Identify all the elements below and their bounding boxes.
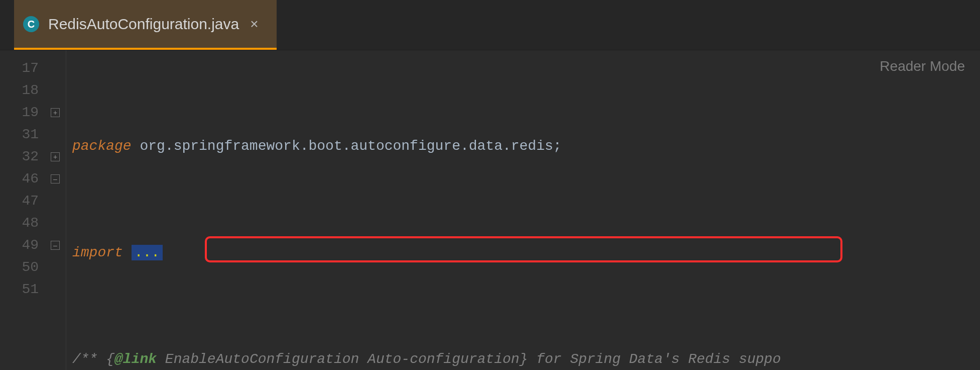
line-number[interactable]: 50 xyxy=(0,256,66,279)
line-number[interactable]: 51 xyxy=(0,279,66,301)
folded-region[interactable]: ... xyxy=(132,245,163,260)
editor-pane: 17 18 19+ 31 32+ 46– 47 48 49– 50 51 Rea… xyxy=(0,50,980,370)
line-number[interactable]: 47 xyxy=(0,190,66,212)
line-number[interactable]: 48 xyxy=(0,212,66,234)
line-number[interactable]: 31 xyxy=(0,124,66,146)
line-number[interactable]: 19+ xyxy=(0,102,66,124)
fold-expand-icon[interactable]: + xyxy=(51,108,60,117)
line-number[interactable]: 49– xyxy=(0,234,66,256)
line-number-gutter[interactable]: 17 18 19+ 31 32+ 46– 47 48 49– 50 51 xyxy=(0,50,66,370)
code-line[interactable]: import ... xyxy=(72,242,980,264)
line-number[interactable]: 18 xyxy=(0,79,66,102)
tabbar-spacer xyxy=(0,0,14,50)
code-line[interactable] xyxy=(72,189,980,211)
editor-tab[interactable]: C RedisAutoConfiguration.java × xyxy=(14,0,277,50)
fold-collapse-icon[interactable]: – xyxy=(51,241,60,250)
fold-collapse-icon[interactable]: – xyxy=(51,174,60,183)
java-class-icon: C xyxy=(23,16,39,32)
code-line[interactable]: package org.springframework.boot.autocon… xyxy=(72,135,980,157)
code-line[interactable] xyxy=(72,295,980,317)
fold-expand-icon[interactable]: + xyxy=(51,152,60,161)
line-number[interactable]: 17 xyxy=(0,57,66,79)
tab-title: RedisAutoConfiguration.java xyxy=(48,17,239,32)
code-line[interactable]: /** {@link EnableAutoConfiguration Auto-… xyxy=(72,348,980,370)
close-icon[interactable]: × xyxy=(248,15,260,33)
line-number[interactable]: 32+ xyxy=(0,146,66,168)
line-number[interactable]: 46– xyxy=(0,168,66,190)
reader-mode-toggle[interactable]: Reader Mode xyxy=(880,59,965,73)
tab-bar: C RedisAutoConfiguration.java × xyxy=(0,0,980,50)
code-area[interactable]: Reader Mode package org.springframework.… xyxy=(66,50,980,370)
